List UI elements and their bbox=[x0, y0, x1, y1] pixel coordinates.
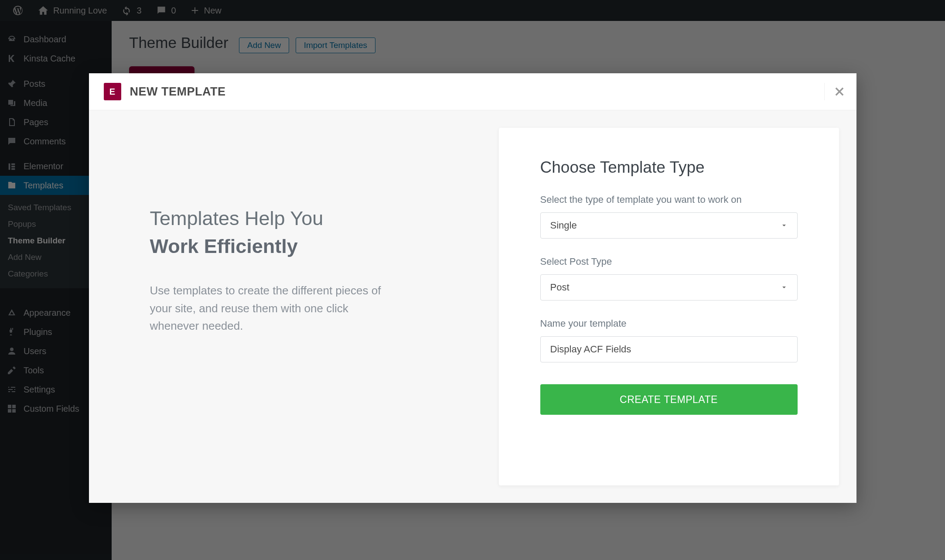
modal-header: E NEW TEMPLATE bbox=[89, 73, 856, 110]
type-label: Select the type of template you want to … bbox=[540, 194, 798, 205]
chevron-down-icon bbox=[781, 222, 788, 229]
post-type-value: Post bbox=[550, 282, 570, 293]
post-type-label: Select Post Type bbox=[540, 256, 798, 267]
elementor-logo-icon: E bbox=[104, 83, 121, 100]
name-label: Name your template bbox=[540, 318, 798, 329]
chevron-down-icon bbox=[781, 284, 788, 291]
template-type-select[interactable]: Single bbox=[540, 212, 798, 239]
close-button[interactable] bbox=[824, 83, 842, 100]
template-form: Choose Template Type Select the type of … bbox=[499, 128, 839, 485]
new-template-modal: E NEW TEMPLATE Templates Help You Work E… bbox=[89, 73, 856, 503]
modal-heading-1: Templates Help You bbox=[150, 206, 455, 231]
modal-description: Templates Help You Work Efficiently Use … bbox=[106, 128, 481, 485]
template-type-value: Single bbox=[550, 220, 577, 231]
close-icon bbox=[833, 85, 846, 98]
post-type-select[interactable]: Post bbox=[540, 274, 798, 300]
template-name-input[interactable] bbox=[540, 336, 798, 362]
create-template-button[interactable]: CREATE TEMPLATE bbox=[540, 384, 798, 415]
modal-heading-2: Work Efficiently bbox=[150, 235, 455, 258]
modal-description-text: Use templates to create the different pi… bbox=[150, 282, 386, 335]
modal-title: NEW TEMPLATE bbox=[130, 85, 226, 99]
form-heading: Choose Template Type bbox=[540, 158, 798, 177]
